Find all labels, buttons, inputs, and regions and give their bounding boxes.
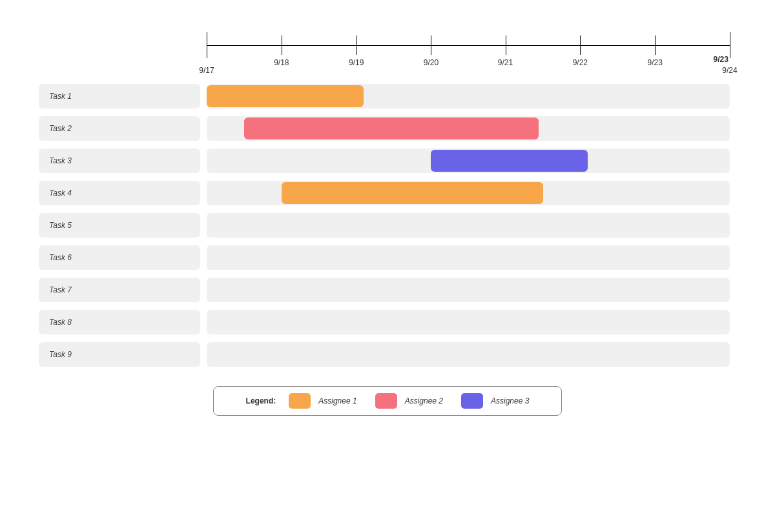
legend-item: Assignee 2	[375, 393, 443, 409]
gantt-row: Task 7	[39, 278, 736, 302]
gantt-row-label: Task 4	[39, 181, 200, 205]
gantt-row: Task 1	[39, 84, 736, 108]
timeline-tick	[580, 36, 581, 55]
legend-title: Legend:	[246, 396, 276, 405]
gantt-row-label: Task 7	[39, 278, 200, 302]
gantt-row: Task 2	[39, 116, 736, 141]
timeline-tick	[730, 32, 730, 58]
gantt-row-track	[207, 245, 730, 270]
gantt-row-track	[207, 310, 730, 334]
legend-item: Assignee 3	[461, 393, 529, 409]
gantt-row: Task 5	[39, 213, 736, 238]
gantt-row: Task 9	[39, 342, 736, 367]
gantt-row-track	[207, 181, 730, 205]
timeline-tick	[282, 36, 282, 55]
timeline-baseline	[207, 45, 730, 46]
legend-swatch	[375, 393, 397, 409]
gantt-chart: 9/179/189/199/209/219/229/239/249/23 Tas…	[39, 26, 736, 416]
timeline-tick	[506, 36, 506, 55]
gantt-row-label: Task 9	[39, 342, 200, 367]
gantt-bar[interactable]	[282, 182, 543, 204]
timeline-tick	[207, 32, 207, 58]
legend-item: Assignee 1	[289, 393, 356, 409]
gantt-row-label: Task 8	[39, 310, 200, 334]
timeline-tick-label: 9/19	[349, 58, 364, 67]
timeline-tick	[431, 36, 431, 55]
timeline-tick	[356, 36, 357, 55]
timeline-tick-label: 9/17	[199, 66, 214, 75]
timeline-tick-label: 9/23	[647, 58, 662, 67]
gantt-row-track	[207, 342, 730, 367]
legend-item-label: Assignee 2	[405, 396, 443, 405]
gantt-bar[interactable]	[431, 150, 588, 172]
legend-items: Assignee 1Assignee 2Assignee 3	[289, 393, 529, 409]
gantt-row: Task 6	[39, 245, 736, 270]
gantt-row-label: Task 2	[39, 116, 200, 141]
gantt-bar[interactable]	[244, 118, 539, 139]
gantt-row-track	[207, 116, 730, 141]
gantt-row-label: Task 5	[39, 213, 200, 238]
gantt-row-track	[207, 278, 730, 302]
timeline-tick-label: 9/22	[573, 58, 588, 67]
gantt-row-label: Task 1	[39, 84, 200, 108]
timeline-tick-label: 9/24	[722, 66, 737, 75]
legend-swatch	[461, 393, 483, 409]
gantt-row-label: Task 3	[39, 148, 200, 173]
timeline-tick-label: 9/18	[274, 58, 289, 67]
gantt-row: Task 8	[39, 310, 736, 334]
gantt-row-track	[207, 213, 730, 238]
gantt-rows: Task 1Task 2Task 3Task 4Task 5Task 6Task…	[39, 84, 736, 367]
timeline-tick-label: 9/21	[498, 58, 513, 67]
gantt-row-track	[207, 84, 730, 108]
legend-swatch	[289, 393, 311, 409]
legend-item-label: Assignee 1	[318, 396, 356, 405]
legend: Legend: Assignee 1Assignee 2Assignee 3	[213, 386, 562, 416]
gantt-row: Task 4	[39, 181, 736, 205]
timeline-tick-label: 9/20	[424, 58, 439, 67]
gantt-row-label: Task 6	[39, 245, 200, 270]
gantt-row: Task 3	[39, 148, 736, 173]
gantt-row-track	[207, 148, 730, 173]
legend-item-label: Assignee 3	[491, 396, 529, 405]
timeline-extra-label: 9/23	[714, 55, 728, 64]
timeline-tick	[655, 36, 656, 55]
gantt-bar[interactable]	[207, 85, 364, 107]
timeline-axis: 9/179/189/199/209/219/229/239/249/23	[207, 26, 730, 84]
